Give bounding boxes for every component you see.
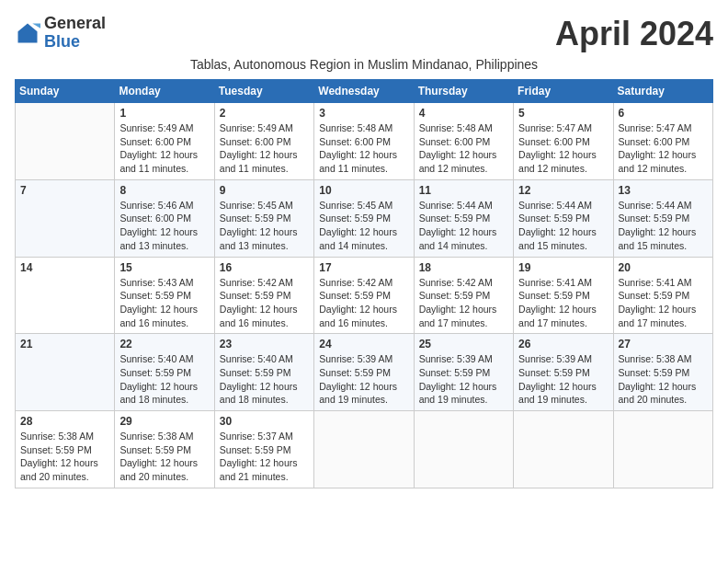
- calendar-cell: 17Sunrise: 5:42 AMSunset: 5:59 PMDayligh…: [314, 257, 414, 334]
- day-number: 2: [220, 107, 309, 120]
- calendar-week-row: 28Sunrise: 5:38 AMSunset: 5:59 PMDayligh…: [16, 411, 713, 488]
- calendar-cell: 24Sunrise: 5:39 AMSunset: 5:59 PMDayligh…: [314, 334, 414, 411]
- day-number: 8: [119, 184, 209, 197]
- logo: General Blue: [15, 15, 106, 52]
- calendar-cell: 22Sunrise: 5:40 AMSunset: 5:59 PMDayligh…: [115, 334, 214, 411]
- calendar-cell: 11Sunrise: 5:44 AMSunset: 5:59 PMDayligh…: [414, 179, 513, 257]
- day-info: Sunrise: 5:44 AMSunset: 5:59 PMDaylight:…: [619, 199, 708, 253]
- calendar-col-header: Sunday: [16, 80, 115, 103]
- logo-text-line1: General: [44, 15, 106, 33]
- logo-text-line2: Blue: [44, 33, 106, 52]
- day-info: Sunrise: 5:49 AMSunset: 6:00 PMDaylight:…: [220, 121, 309, 176]
- calendar-cell: 27Sunrise: 5:38 AMSunset: 5:59 PMDayligh…: [613, 334, 712, 411]
- day-number: 21: [20, 338, 109, 350]
- calendar-cell: 13Sunrise: 5:44 AMSunset: 5:59 PMDayligh…: [613, 179, 712, 257]
- calendar-cell: 14: [16, 257, 115, 334]
- calendar-cell: 15Sunrise: 5:43 AMSunset: 5:59 PMDayligh…: [115, 257, 214, 334]
- calendar-cell: 21: [16, 334, 115, 411]
- day-info: Sunrise: 5:48 AMSunset: 6:00 PMDaylight:…: [319, 121, 408, 176]
- day-info: Sunrise: 5:39 AMSunset: 5:59 PMDaylight:…: [518, 352, 608, 407]
- calendar-cell: [514, 411, 613, 488]
- day-info: Sunrise: 5:45 AMSunset: 5:59 PMDaylight:…: [220, 199, 309, 253]
- calendar-week-row: 1Sunrise: 5:49 AMSunset: 6:00 PMDaylight…: [16, 103, 713, 180]
- calendar-cell: 23Sunrise: 5:40 AMSunset: 5:59 PMDayligh…: [214, 334, 313, 411]
- day-number: 5: [518, 107, 608, 120]
- page-header: General Blue April 2024: [15, 15, 713, 53]
- calendar-cell: 12Sunrise: 5:44 AMSunset: 5:59 PMDayligh…: [514, 179, 613, 257]
- calendar-col-header: Saturday: [613, 80, 712, 103]
- day-info: Sunrise: 5:46 AMSunset: 6:00 PMDaylight:…: [119, 199, 209, 253]
- day-number: 12: [518, 184, 608, 197]
- day-number: 24: [319, 338, 408, 350]
- day-number: 22: [119, 338, 209, 350]
- day-info: Sunrise: 5:38 AMSunset: 5:59 PMDaylight:…: [619, 352, 708, 407]
- day-number: 6: [619, 107, 708, 120]
- calendar-cell: 20Sunrise: 5:41 AMSunset: 5:59 PMDayligh…: [613, 257, 712, 334]
- day-info: Sunrise: 5:47 AMSunset: 6:00 PMDaylight:…: [518, 121, 608, 176]
- calendar-cell: [16, 103, 115, 180]
- day-info: Sunrise: 5:42 AMSunset: 5:59 PMDaylight:…: [419, 276, 508, 330]
- day-number: 20: [619, 261, 708, 274]
- day-number: 1: [119, 107, 209, 120]
- calendar-header-row: SundayMondayTuesdayWednesdayThursdayFrid…: [16, 80, 713, 103]
- calendar-col-header: Thursday: [414, 80, 513, 103]
- calendar-cell: 1Sunrise: 5:49 AMSunset: 6:00 PMDaylight…: [115, 103, 214, 180]
- day-info: Sunrise: 5:43 AMSunset: 5:59 PMDaylight:…: [119, 276, 209, 330]
- day-number: 18: [419, 261, 508, 274]
- day-number: 15: [119, 261, 209, 274]
- day-number: 7: [20, 184, 109, 197]
- day-number: 25: [419, 338, 508, 350]
- day-info: Sunrise: 5:42 AMSunset: 5:59 PMDaylight:…: [220, 276, 309, 330]
- calendar-subtitle: Tablas, Autonomous Region in Muslim Mind…: [15, 57, 713, 72]
- calendar-col-header: Monday: [115, 80, 214, 103]
- calendar-cell: [414, 411, 513, 488]
- calendar-cell: 5Sunrise: 5:47 AMSunset: 6:00 PMDaylight…: [514, 103, 613, 180]
- calendar-cell: 26Sunrise: 5:39 AMSunset: 5:59 PMDayligh…: [514, 334, 613, 411]
- day-info: Sunrise: 5:49 AMSunset: 6:00 PMDaylight:…: [119, 121, 209, 176]
- day-number: 26: [518, 338, 608, 350]
- logo-icon: [15, 20, 40, 46]
- day-number: 17: [319, 261, 408, 274]
- calendar-cell: 7: [16, 179, 115, 257]
- day-info: Sunrise: 5:41 AMSunset: 5:59 PMDaylight:…: [518, 276, 608, 330]
- day-info: Sunrise: 5:42 AMSunset: 5:59 PMDaylight:…: [319, 276, 408, 330]
- day-info: Sunrise: 5:40 AMSunset: 5:59 PMDaylight:…: [220, 352, 309, 407]
- svg-marker-1: [32, 23, 40, 28]
- day-number: 16: [220, 261, 309, 274]
- day-info: Sunrise: 5:40 AMSunset: 5:59 PMDaylight:…: [119, 352, 209, 407]
- calendar-cell: 30Sunrise: 5:37 AMSunset: 5:59 PMDayligh…: [214, 411, 313, 488]
- day-info: Sunrise: 5:37 AMSunset: 5:59 PMDaylight:…: [220, 430, 309, 484]
- day-info: Sunrise: 5:38 AMSunset: 5:59 PMDaylight:…: [20, 430, 109, 484]
- day-number: 14: [20, 261, 109, 274]
- calendar-cell: [613, 411, 712, 488]
- day-number: 23: [220, 338, 309, 350]
- calendar-week-row: 78Sunrise: 5:46 AMSunset: 6:00 PMDayligh…: [16, 179, 713, 257]
- day-number: 11: [419, 184, 508, 197]
- calendar-cell: 8Sunrise: 5:46 AMSunset: 6:00 PMDaylight…: [115, 179, 214, 257]
- day-number: 10: [319, 184, 408, 197]
- svg-marker-0: [18, 23, 38, 42]
- calendar-cell: 2Sunrise: 5:49 AMSunset: 6:00 PMDaylight…: [214, 103, 313, 180]
- day-info: Sunrise: 5:44 AMSunset: 5:59 PMDaylight:…: [518, 199, 608, 253]
- day-number: 29: [119, 415, 209, 428]
- calendar-cell: 6Sunrise: 5:47 AMSunset: 6:00 PMDaylight…: [613, 103, 712, 180]
- calendar-cell: 18Sunrise: 5:42 AMSunset: 5:59 PMDayligh…: [414, 257, 513, 334]
- calendar-cell: 3Sunrise: 5:48 AMSunset: 6:00 PMDaylight…: [314, 103, 414, 180]
- day-number: 4: [419, 107, 508, 120]
- day-info: Sunrise: 5:44 AMSunset: 5:59 PMDaylight:…: [419, 199, 508, 253]
- day-info: Sunrise: 5:48 AMSunset: 6:00 PMDaylight:…: [419, 121, 508, 176]
- day-number: 27: [619, 338, 708, 350]
- calendar-week-row: 2122Sunrise: 5:40 AMSunset: 5:59 PMDayli…: [16, 334, 713, 411]
- calendar-cell: 28Sunrise: 5:38 AMSunset: 5:59 PMDayligh…: [16, 411, 115, 488]
- day-info: Sunrise: 5:41 AMSunset: 5:59 PMDaylight:…: [619, 276, 708, 330]
- calendar-week-row: 1415Sunrise: 5:43 AMSunset: 5:59 PMDayli…: [16, 257, 713, 334]
- calendar-cell: 25Sunrise: 5:39 AMSunset: 5:59 PMDayligh…: [414, 334, 513, 411]
- day-info: Sunrise: 5:38 AMSunset: 5:59 PMDaylight:…: [119, 430, 209, 484]
- calendar-cell: 10Sunrise: 5:45 AMSunset: 5:59 PMDayligh…: [314, 179, 414, 257]
- day-number: 9: [220, 184, 309, 197]
- calendar-cell: 16Sunrise: 5:42 AMSunset: 5:59 PMDayligh…: [214, 257, 313, 334]
- day-info: Sunrise: 5:45 AMSunset: 5:59 PMDaylight:…: [319, 199, 408, 253]
- day-number: 13: [619, 184, 708, 197]
- day-info: Sunrise: 5:47 AMSunset: 6:00 PMDaylight:…: [619, 121, 708, 176]
- calendar-col-header: Friday: [514, 80, 613, 103]
